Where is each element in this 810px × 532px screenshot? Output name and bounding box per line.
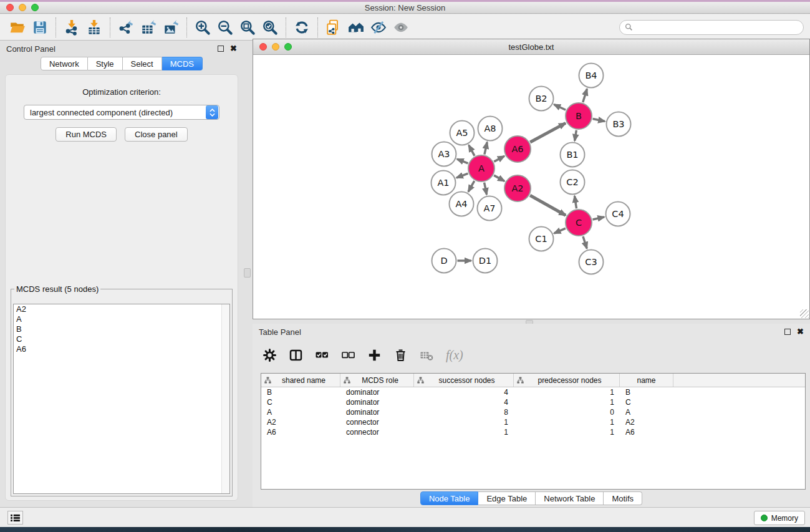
table-cell[interactable]: 4: [414, 398, 514, 407]
table-cell[interactable]: connector: [340, 428, 414, 437]
edge-C-C3[interactable]: [583, 236, 587, 249]
show-columns-button[interactable]: [289, 346, 303, 364]
show-graphics-details-button[interactable]: [390, 16, 412, 39]
table-cell[interactable]: 1: [514, 428, 620, 437]
node-A8[interactable]: A8: [478, 117, 503, 141]
refresh-button[interactable]: [291, 16, 313, 39]
float-panel-icon[interactable]: [218, 46, 224, 52]
result-list-scrollbar[interactable]: [221, 304, 229, 493]
settings-button[interactable]: [263, 346, 277, 364]
result-list-item[interactable]: C: [14, 334, 229, 344]
zoom-fit-button[interactable]: [236, 16, 259, 39]
memory-button[interactable]: Memory: [754, 511, 805, 525]
table-row[interactable]: Bdominator41B: [261, 387, 805, 397]
table-cell[interactable]: B: [261, 388, 340, 397]
export-table-button[interactable]: [137, 16, 160, 39]
node-A[interactable]: A: [468, 155, 494, 181]
column-header-successor-nodes[interactable]: successor nodes: [414, 374, 514, 387]
import-table-button[interactable]: [83, 16, 105, 39]
table-row[interactable]: A2connector11A2: [261, 417, 805, 427]
edge-C-C2[interactable]: [574, 196, 576, 208]
table-cell[interactable]: A2: [261, 418, 340, 427]
edge-A-A8[interactable]: [485, 142, 487, 155]
edge-C-C1[interactable]: [554, 228, 566, 233]
node-B3[interactable]: B3: [607, 112, 631, 137]
network-canvas[interactable]: AA1A3A4A5A7A8A6A2BB1B2B3B4CC1C2C3C4DD1: [253, 55, 809, 319]
mcds-result-list[interactable]: A2ABCA6: [13, 304, 230, 494]
table-cell[interactable]: A2: [620, 418, 673, 427]
result-list-item[interactable]: A: [14, 314, 229, 324]
edge-B-B4[interactable]: [583, 89, 587, 103]
node-A5[interactable]: A5: [450, 121, 475, 145]
node-C1[interactable]: C1: [529, 227, 554, 251]
copy-current-view-button[interactable]: [322, 16, 345, 39]
tab-edge-table[interactable]: Edge Table: [478, 491, 536, 505]
export-image-button[interactable]: [160, 16, 182, 39]
add-column-button[interactable]: [367, 346, 382, 364]
result-list-item[interactable]: A6: [14, 344, 229, 354]
delete-columns-button[interactable]: [393, 346, 408, 364]
tab-node-table[interactable]: Node Table: [420, 491, 479, 505]
table-cell[interactable]: 8: [414, 408, 514, 417]
table-float-panel-icon[interactable]: [784, 329, 791, 335]
edge-B-B1[interactable]: [575, 130, 577, 141]
node-A1[interactable]: A1: [432, 171, 456, 195]
tab-style[interactable]: Style: [88, 57, 123, 70]
node-B4[interactable]: B4: [579, 64, 604, 88]
column-header-shared-name[interactable]: shared name: [261, 374, 340, 387]
edge-A-A3[interactable]: [457, 159, 468, 163]
table-cell[interactable]: A: [261, 408, 340, 417]
tab-mcds[interactable]: MCDS: [162, 57, 203, 70]
table-cell[interactable]: connector: [340, 418, 414, 427]
table-cell[interactable]: C: [261, 398, 340, 407]
open-file-button[interactable]: [6, 16, 29, 39]
table-cell[interactable]: A: [620, 408, 673, 417]
node-C2[interactable]: C2: [561, 170, 585, 195]
network-window-titlebar[interactable]: testGlobe.txt: [253, 39, 809, 55]
node-B[interactable]: B: [566, 103, 592, 129]
edge-A-A7[interactable]: [485, 183, 487, 195]
table-cell[interactable]: 1: [514, 418, 620, 427]
node-C4[interactable]: C4: [606, 202, 630, 226]
zoom-selected-button[interactable]: [259, 16, 281, 39]
resize-grip[interactable]: [800, 309, 809, 318]
edge-A-A5[interactable]: [469, 145, 475, 156]
node-C3[interactable]: C3: [579, 250, 604, 274]
node-A7[interactable]: A7: [478, 196, 502, 221]
destroy-table-button[interactable]: [420, 346, 434, 364]
optimization-criterion-select[interactable]: largest connected component (directed): [24, 105, 219, 120]
edge-A-A1[interactable]: [456, 173, 468, 178]
home-view-button[interactable]: [345, 16, 367, 39]
import-network-button[interactable]: [60, 16, 83, 39]
table-cell[interactable]: B: [620, 388, 673, 397]
edge-B-B3[interactable]: [593, 119, 605, 122]
tab-network-table[interactable]: Network Table: [536, 491, 604, 505]
node-A3[interactable]: A3: [432, 142, 456, 167]
node-D1[interactable]: D1: [473, 249, 498, 273]
close-panel-button[interactable]: Close panel: [125, 127, 188, 142]
table-cell[interactable]: A6: [620, 428, 673, 437]
function-builder-button[interactable]: f(x): [446, 346, 463, 364]
zoom-out-button[interactable]: [214, 16, 236, 39]
column-header-name[interactable]: name: [620, 374, 673, 387]
table-close-panel-icon[interactable]: ✖: [797, 329, 804, 335]
edge-A6-B[interactable]: [530, 123, 566, 142]
node-D[interactable]: D: [432, 249, 456, 273]
table-cell[interactable]: dominator: [340, 398, 414, 407]
tab-network[interactable]: Network: [41, 57, 88, 70]
table-cell[interactable]: C: [620, 398, 673, 407]
table-row[interactable]: Adominator80A: [261, 407, 805, 417]
hide-graphics-details-button[interactable]: [367, 16, 390, 39]
search-input[interactable]: [636, 23, 798, 32]
table-cell[interactable]: 0: [514, 408, 620, 417]
tab-motifs[interactable]: Motifs: [604, 491, 642, 505]
node-C[interactable]: C: [566, 210, 592, 236]
unselect-all-columns-button[interactable]: [341, 346, 355, 364]
save-session-button[interactable]: [29, 16, 51, 39]
edge-B-B2[interactable]: [554, 105, 566, 110]
table-cell[interactable]: 1: [514, 398, 620, 407]
node-A4[interactable]: A4: [450, 192, 474, 216]
column-header-MCDS-role[interactable]: MCDS role: [340, 374, 414, 387]
vertical-split-handle[interactable]: [244, 268, 251, 278]
edge-A-A4[interactable]: [468, 181, 475, 191]
